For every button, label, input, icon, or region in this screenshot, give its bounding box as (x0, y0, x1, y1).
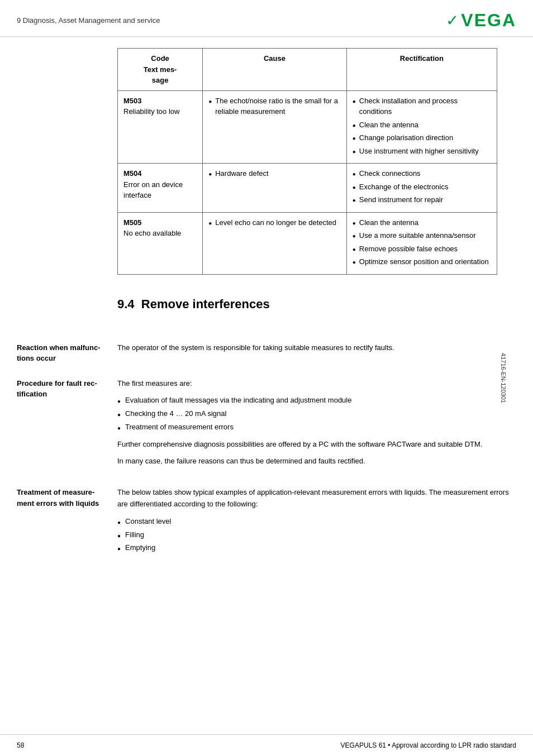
list-item: Exchange of the electro­nics (353, 181, 491, 193)
code-cell: M504 Error on an device inter­face (118, 164, 203, 213)
rect-cell: Check connections Exchange of the electr… (346, 164, 497, 213)
section-94-container: 9.4 Remove interferences (117, 297, 516, 326)
chapter-title: 9 Diagnosis, Asset Management and servic… (17, 16, 160, 25)
treatment-list: Constant level Filling Emptying (117, 516, 516, 554)
list-item: Change polarisation direc­tion (353, 132, 491, 143)
list-item: Optimize sensor position and orientation (353, 256, 491, 267)
error-table-section: CodeText mes-sage Cause Rectification M5… (117, 48, 516, 275)
list-item: Check installation and pro­cess conditio… (353, 95, 491, 117)
list-item: Hardware defect (208, 168, 341, 179)
list-item: Check connections (353, 168, 491, 179)
rect-cell: Check installation and pro­cess conditio… (346, 90, 497, 164)
list-item: Clean the antenna (353, 217, 491, 228)
code-cell: M505 No echo avai­lable (118, 212, 203, 274)
page-number: 58 (17, 741, 24, 749)
error-code: M505 (123, 218, 142, 227)
error-desc: No echo avai­lable (123, 229, 181, 237)
reaction-text: The operator of the system is responsibl… (117, 342, 516, 354)
reaction-label: Reaction when malfunc-tions occur (17, 342, 117, 364)
list-item: Use instrument with higher sensitivity (353, 146, 491, 157)
list-item: The echot/noise ratio is the small for a… (208, 95, 341, 117)
rect-list: Clean the antenna Use a more suitable an… (353, 217, 491, 267)
list-item: Filling (117, 529, 516, 541)
section-title: 9.4 Remove interferences (117, 297, 516, 312)
error-desc: Reliability too low (123, 107, 179, 116)
main-content: CodeText mes-sage Cause Rectification M5… (0, 48, 533, 573)
cause-list: The echot/noise ratio is the small for a… (208, 95, 341, 117)
error-codes-table: CodeText mes-sage Cause Rectification M5… (117, 48, 497, 275)
checkmark-icon: ✓ (446, 11, 459, 30)
col-header-cause: Cause (203, 49, 347, 91)
procedure-body: The first measures are: Evaluation of fa… (117, 378, 516, 473)
col-header-code: CodeText mes-sage (118, 49, 203, 91)
product-name: VEGAPULS 61 • Approval according to LPR … (341, 741, 516, 749)
reaction-body: The operator of the system is responsibl… (117, 342, 516, 364)
table-row: M503 Reliability too low The echot/noise… (118, 90, 497, 164)
rect-cell: Clean the antenna Use a more suitable an… (346, 212, 497, 274)
treatment-body: The below tables show typical examples o… (117, 487, 516, 559)
side-document-code: 41716-EN-120301 (500, 353, 507, 403)
cause-list: Hardware defect (208, 168, 341, 179)
page-wrapper: 9 Diagnosis, Asset Management and servic… (0, 0, 533, 756)
treatment-label: Treatment of measure-ment errors with li… (17, 487, 117, 559)
procedure-list: Evaluation of fault messages via the ind… (117, 395, 516, 433)
procedure-label: Procedure for fault rec-tification (17, 378, 117, 473)
page-header: 9 Diagnosis, Asset Management and servic… (0, 0, 533, 37)
logo: ✓ VEGA (446, 10, 516, 31)
cause-cell: Hardware defect (203, 164, 347, 213)
list-item: Send instrument for repair (353, 194, 491, 205)
cause-cell: Level echo can no longer be detected (203, 212, 347, 274)
reaction-section: Reaction when malfunc-tions occur The op… (17, 342, 516, 364)
list-item: Constant level (117, 516, 516, 528)
error-desc: Error on an device inter­face (123, 180, 183, 200)
list-item: Remove possible false echoes (353, 243, 491, 255)
list-item: Level echo can no longer be detected (208, 217, 341, 228)
list-item: Use a more suitable an­tenna/sensor (353, 230, 491, 241)
table-row: M504 Error on an device inter­face Hardw… (118, 164, 497, 213)
treatment-section: Treatment of measure-ment errors with li… (17, 487, 516, 559)
cause-cell: The echot/noise ratio is the small for a… (203, 90, 347, 164)
procedure-section: Procedure for fault rec-tification The f… (17, 378, 516, 473)
rect-list: Check connections Exchange of the electr… (353, 168, 491, 205)
rect-list: Check installation and pro­cess conditio… (353, 95, 491, 157)
procedure-intro: The first measures are: (117, 378, 516, 390)
cause-list: Level echo can no longer be detected (208, 217, 341, 228)
procedure-further: Further comprehensive diagnosis possibil… (117, 439, 516, 451)
list-item: Treatment of measurement errors (117, 422, 516, 433)
col-header-rect: Rectification (346, 49, 497, 91)
list-item: Checking the 4 … 20 mA signal (117, 408, 516, 420)
table-row: M505 No echo avai­lable Level echo can n… (118, 212, 497, 274)
list-item: Evaluation of fault messages via the ind… (117, 395, 516, 406)
code-cell: M503 Reliability too low (118, 90, 203, 164)
logo-text: VEGA (461, 10, 516, 31)
treatment-text: The below tables show typical examples o… (117, 487, 516, 510)
procedure-inmany: In many case, the failure reasons can th… (117, 456, 516, 467)
error-code: M504 (123, 169, 142, 178)
error-code: M503 (123, 97, 142, 105)
list-item: Clean the antenna (353, 119, 491, 131)
list-item: Emptying (117, 542, 516, 554)
page-footer: 58 VEGAPULS 61 • Approval according to L… (0, 734, 533, 756)
